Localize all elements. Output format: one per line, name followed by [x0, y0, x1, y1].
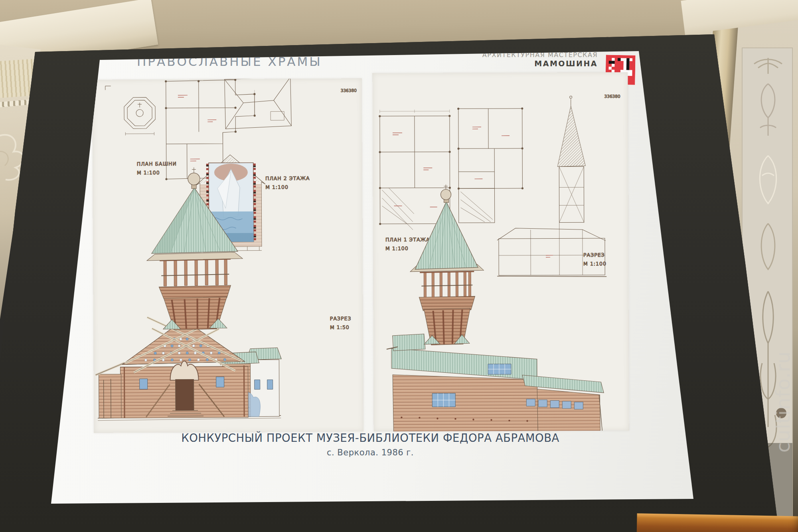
tower-plan-label: ПЛАН БАШНИ — [137, 161, 177, 167]
sheet-number: 336380 — [604, 94, 620, 99]
section-scale: М 1:100 — [583, 261, 606, 267]
wooden-furniture-edge — [636, 513, 798, 532]
section-label: РАЗРЕЗ — [583, 252, 605, 258]
floor2-plan-label: ПЛАН 2 ЭТАЖА — [265, 175, 310, 182]
watermark: cultinfo.ru — [768, 302, 798, 502]
floor1-plan-scale: М 1:100 — [385, 245, 409, 251]
floor2-plan-scale: М 1:100 — [265, 184, 288, 190]
tower-plan-drawing — [124, 97, 155, 135]
upper-plan-drawing — [457, 107, 523, 223]
caption-subtitle: с. Веркола. 1986 г. — [83, 448, 658, 457]
floor1-plan-drawing — [379, 109, 451, 230]
roof-plan-drawing — [225, 78, 292, 129]
section-drawing — [497, 96, 607, 277]
tower-plan-scale: М 1:100 — [137, 170, 160, 176]
studio-name-line2: МАМОШИНА — [422, 59, 598, 69]
slide-caption: КОНКУРСНЫЙ ПРОЕКТ МУЗЕЯ-БИБЛИОТЕКИ ФЕДОР… — [83, 431, 658, 457]
drawing-sheet-right: 336380 — [372, 72, 629, 431]
photo-scene: ПРАВОСЛАВНЫЕ ХРАМЫ АРХИТЕКТУРНАЯ МАСТЕРС… — [0, 0, 798, 532]
section-scale: М 1:50 — [330, 324, 350, 330]
caption-title: КОНКУРСНЫЙ ПРОЕКТ МУЗЕЯ-БИБЛИОТЕКИ ФЕДОР… — [83, 431, 658, 444]
presentation-slide: ПРАВОСЛАВНЫЕ ХРАМЫ АРХИТЕКТУРНАЯ МАСТЕРС… — [51, 51, 693, 506]
drawing-sheet-left: 336380 ПЛАН БАШНИ М 1:100 — [92, 78, 364, 433]
side-elevation-drawing — [386, 184, 604, 431]
sheet-number: 336380 — [341, 88, 357, 93]
section-label: РАЗРЕЗ — [330, 315, 352, 321]
floor1-plan-label: ПЛАН 1 ЭТАЖА — [385, 237, 430, 243]
